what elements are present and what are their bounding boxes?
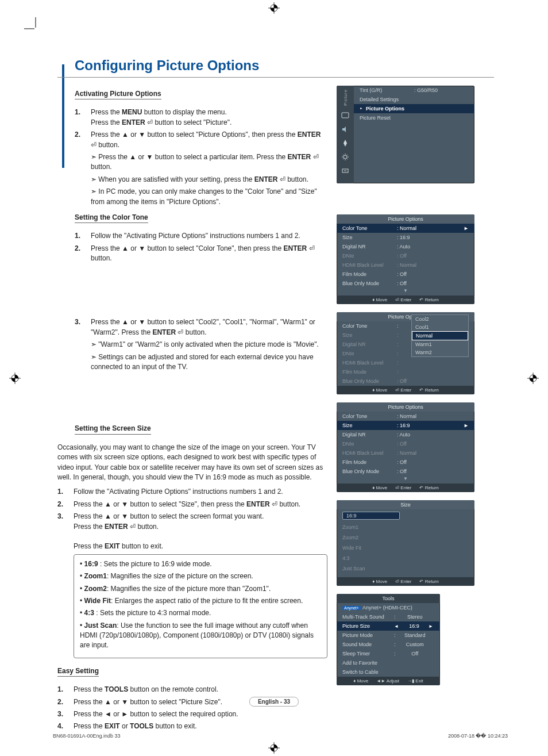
osd-row: Size: 16:9 xyxy=(337,233,474,242)
osd-option: Warm1 xyxy=(412,340,468,348)
size-option: Just Scan: Use the function to see the f… xyxy=(80,621,321,651)
size-options-box: 16:9 : Sets the picture to 16:9 wide mod… xyxy=(74,554,327,658)
chevron-down-icon: ▼ xyxy=(337,288,474,296)
step: 3. Press the ▲ or ▼ button to select the… xyxy=(57,512,327,552)
osd-row: Multi-Track Sound:Stereo xyxy=(337,612,440,621)
osd-side-label: Picture xyxy=(344,89,348,106)
note: "Warm1" or "Warm2" is only activated whe… xyxy=(91,340,327,350)
note: Settings can be adjusted and stored for … xyxy=(91,352,327,373)
chevron-right-icon: ► xyxy=(429,624,434,629)
crop-mark-icon xyxy=(24,17,41,34)
osd-row-selected: Picture Size◄16:9► xyxy=(337,621,440,631)
osd-picture-options-size: Picture Options Color Tone: Normal Size:… xyxy=(337,402,474,492)
osd-row: Detailed Settings xyxy=(354,95,474,104)
osd-row: Film Mode: Off xyxy=(337,458,474,467)
intro-paragraph: Occasionally, you may want to change the… xyxy=(57,443,327,483)
registration-mark-icon xyxy=(9,373,21,384)
osd-row: Sound Mode:Custom xyxy=(337,640,440,649)
osd-row: Film Mode: xyxy=(337,367,474,377)
osd-row: Switch to Cable xyxy=(337,667,440,677)
osd-picture-menu: Picture Tint (G/R): G50/R50 Detailed Set… xyxy=(337,86,474,183)
osd-title: Size xyxy=(337,500,474,509)
osd-row: Picture Reset xyxy=(354,113,474,122)
page-title: Configuring Picture Options xyxy=(75,57,494,74)
osd-hint-bar: ♦ Move⏎ Enter↶ Return xyxy=(337,386,474,394)
osd-hint-bar: ♦ Move◄► Adjust→▮ Exit xyxy=(337,677,440,685)
page-number: English - 33 xyxy=(249,697,299,707)
osd-row: Picture Mode:Standard xyxy=(337,631,440,640)
osd-row: Film Mode: Off xyxy=(337,270,474,279)
print-footer-left: BN68-01691A-00Eng.indb 33 xyxy=(53,733,121,739)
chevron-right-icon: ► xyxy=(463,225,469,231)
enter-icon: ⏎ xyxy=(313,153,319,161)
channel-icon xyxy=(341,139,349,147)
osd-option: Cool2 xyxy=(412,315,468,323)
anynet-tag: Anynet+ xyxy=(342,606,361,610)
osd-row: Anynet+Anynet+ (HDMI-CEC) xyxy=(337,603,440,612)
osd-option: Warm2 xyxy=(412,348,468,356)
size-option: Zoom2: Magnifies the size of the picture… xyxy=(80,584,321,594)
step: 2.Press the ▲ or ▼ button to select "Col… xyxy=(75,244,327,264)
osd-hint-bar: ♦ Move⏎ Enter↶ Return xyxy=(337,483,474,492)
registration-mark-icon xyxy=(268,2,280,14)
input-icon xyxy=(341,167,349,175)
osd-title: Picture Options xyxy=(337,214,474,224)
osd-row: Just Scan xyxy=(337,563,474,574)
enter-icon: ⏎ xyxy=(130,523,136,531)
size-option: 16:9 : Sets the picture to 16:9 wide mod… xyxy=(80,559,321,569)
step: 3.Press the ◄ or ► button to select the … xyxy=(57,709,327,719)
osd-picture-options-colortone: Picture Options Color Tone: Normal► Size… xyxy=(337,214,474,304)
osd-row-selected: Size: 16:9► xyxy=(337,421,474,430)
osd-row: Blue Only Mode: Off xyxy=(337,377,474,386)
step: 1.Follow the "Activating Picture Options… xyxy=(57,487,327,497)
setup-icon xyxy=(341,153,349,161)
step: 3.Press the ▲ or ▼ button to select "Coo… xyxy=(75,317,327,337)
subheading-color-tone: Setting the Color Tone xyxy=(75,213,148,223)
enter-icon: ⏎ xyxy=(272,500,277,508)
picture-icon xyxy=(341,112,349,120)
subheading-screen-size: Setting the Screen Size xyxy=(75,424,151,434)
osd-hint-bar: ♦ Move⏎ Enter↶ Return xyxy=(337,577,474,586)
enter-icon: ⏎ xyxy=(280,175,285,183)
svg-point-15 xyxy=(344,155,347,159)
svg-rect-14 xyxy=(342,113,349,118)
chevron-right-icon: ► xyxy=(463,423,469,428)
osd-hint-bar: ♦ Move⏎ Enter↶ Return xyxy=(337,296,474,304)
note: In PC mode, you can only make changes to… xyxy=(91,187,327,207)
bullet-icon: ‣ xyxy=(360,106,362,112)
step: 4.Press the EXIT or TOOLS button to exit… xyxy=(57,722,327,731)
registration-mark-icon xyxy=(268,742,280,754)
size-option: Wide Fit: Enlarges the aspect ratio of t… xyxy=(80,596,321,606)
osd-row: 4:3 xyxy=(337,553,474,563)
note: When you are satisfied with your setting… xyxy=(91,175,327,185)
size-option: 4:3 : Sets the picture to 4:3 normal mod… xyxy=(80,608,321,618)
osd-row: Digital NR: Auto xyxy=(337,430,474,439)
subheading-easy-setting: Easy Setting xyxy=(57,666,99,677)
osd-row-selected: ‣Picture Options xyxy=(354,104,474,113)
osd-row: Zoom1 xyxy=(337,522,474,532)
print-footer-right: 2008-07-18 �� 10:24:23 xyxy=(448,733,508,739)
enter-icon: ⏎ xyxy=(309,244,315,252)
osd-row-selected: Color Tone: Normal► xyxy=(337,224,474,233)
subheading-activating: Activating Picture Options xyxy=(75,89,161,99)
osd-size-list: Size 16:9 Zoom1 Zoom2 Wide Fit 4:3 Just … xyxy=(337,500,474,586)
size-option: Zoom1: Magnifies the size of the picture… xyxy=(80,571,321,581)
enter-icon: ⏎ xyxy=(91,141,97,149)
osd-row: Wide Fit xyxy=(337,543,474,553)
enter-icon: ⏎ xyxy=(147,118,153,126)
step: 2.Press the ▲ or ▼ button to select "Siz… xyxy=(57,500,327,509)
osd-row: HDMI Black Level: Normal xyxy=(337,260,474,270)
osd-option-selected: Normal xyxy=(412,331,468,340)
step: 1.Follow the "Activating Picture Options… xyxy=(75,231,327,241)
osd-tools: Tools Anynet+Anynet+ (HDMI-CEC) Multi-Tr… xyxy=(337,594,440,685)
osd-row: 16:9 xyxy=(337,509,474,522)
chevron-left-icon: ◄ xyxy=(394,624,400,629)
osd-title: Picture Options xyxy=(337,402,474,412)
osd-row: Zoom2 xyxy=(337,532,474,543)
osd-row: Tint (G/R): G50/R50 xyxy=(354,86,474,95)
osd-row: Add to Favorite xyxy=(337,658,440,667)
sound-icon xyxy=(341,125,349,133)
osd-row: Digital NR: Auto xyxy=(337,242,474,251)
step: 2. Press the ▲ or ▼ button to select "Pi… xyxy=(75,130,327,150)
osd-row: HDMI Black Level: Normal xyxy=(337,448,474,458)
